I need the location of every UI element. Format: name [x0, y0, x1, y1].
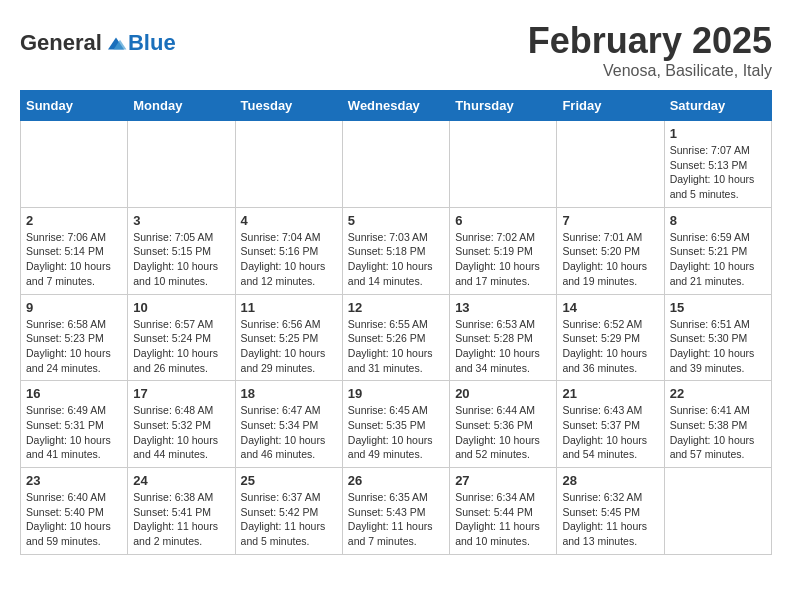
day-number: 5 [348, 213, 444, 228]
day-info: Sunrise: 6:58 AM Sunset: 5:23 PM Dayligh… [26, 317, 122, 376]
month-title: February 2025 [528, 20, 772, 62]
calendar-cell: 18Sunrise: 6:47 AM Sunset: 5:34 PM Dayli… [235, 381, 342, 468]
day-number: 15 [670, 300, 766, 315]
day-info: Sunrise: 6:57 AM Sunset: 5:24 PM Dayligh… [133, 317, 229, 376]
day-info: Sunrise: 6:52 AM Sunset: 5:29 PM Dayligh… [562, 317, 658, 376]
calendar-cell: 2Sunrise: 7:06 AM Sunset: 5:14 PM Daylig… [21, 207, 128, 294]
day-number: 17 [133, 386, 229, 401]
weekday-header-thursday: Thursday [450, 91, 557, 121]
day-number: 16 [26, 386, 122, 401]
day-info: Sunrise: 6:44 AM Sunset: 5:36 PM Dayligh… [455, 403, 551, 462]
day-info: Sunrise: 6:40 AM Sunset: 5:40 PM Dayligh… [26, 490, 122, 549]
day-number: 6 [455, 213, 551, 228]
day-info: Sunrise: 6:47 AM Sunset: 5:34 PM Dayligh… [241, 403, 337, 462]
day-info: Sunrise: 7:06 AM Sunset: 5:14 PM Dayligh… [26, 230, 122, 289]
calendar-cell: 27Sunrise: 6:34 AM Sunset: 5:44 PM Dayli… [450, 468, 557, 555]
calendar-cell: 13Sunrise: 6:53 AM Sunset: 5:28 PM Dayli… [450, 294, 557, 381]
logo: General Blue [20, 30, 176, 56]
weekday-header-monday: Monday [128, 91, 235, 121]
weekday-header-row: SundayMondayTuesdayWednesdayThursdayFrid… [21, 91, 772, 121]
day-number: 24 [133, 473, 229, 488]
calendar-cell: 21Sunrise: 6:43 AM Sunset: 5:37 PM Dayli… [557, 381, 664, 468]
day-number: 19 [348, 386, 444, 401]
header: General Blue February 2025 Venosa, Basil… [20, 20, 772, 80]
calendar-cell: 19Sunrise: 6:45 AM Sunset: 5:35 PM Dayli… [342, 381, 449, 468]
calendar-cell: 20Sunrise: 6:44 AM Sunset: 5:36 PM Dayli… [450, 381, 557, 468]
calendar-cell: 15Sunrise: 6:51 AM Sunset: 5:30 PM Dayli… [664, 294, 771, 381]
day-info: Sunrise: 6:49 AM Sunset: 5:31 PM Dayligh… [26, 403, 122, 462]
calendar-cell: 8Sunrise: 6:59 AM Sunset: 5:21 PM Daylig… [664, 207, 771, 294]
day-info: Sunrise: 7:07 AM Sunset: 5:13 PM Dayligh… [670, 143, 766, 202]
calendar-cell: 9Sunrise: 6:58 AM Sunset: 5:23 PM Daylig… [21, 294, 128, 381]
calendar-cell: 24Sunrise: 6:38 AM Sunset: 5:41 PM Dayli… [128, 468, 235, 555]
weekday-header-friday: Friday [557, 91, 664, 121]
day-number: 12 [348, 300, 444, 315]
week-row-0: 1Sunrise: 7:07 AM Sunset: 5:13 PM Daylig… [21, 121, 772, 208]
day-number: 28 [562, 473, 658, 488]
calendar-cell: 12Sunrise: 6:55 AM Sunset: 5:26 PM Dayli… [342, 294, 449, 381]
weekday-header-saturday: Saturday [664, 91, 771, 121]
day-info: Sunrise: 7:04 AM Sunset: 5:16 PM Dayligh… [241, 230, 337, 289]
calendar-cell [21, 121, 128, 208]
calendar-cell: 7Sunrise: 7:01 AM Sunset: 5:20 PM Daylig… [557, 207, 664, 294]
day-info: Sunrise: 7:05 AM Sunset: 5:15 PM Dayligh… [133, 230, 229, 289]
calendar-cell [128, 121, 235, 208]
calendar-cell: 23Sunrise: 6:40 AM Sunset: 5:40 PM Dayli… [21, 468, 128, 555]
title-area: February 2025 Venosa, Basilicate, Italy [528, 20, 772, 80]
day-info: Sunrise: 6:37 AM Sunset: 5:42 PM Dayligh… [241, 490, 337, 549]
day-info: Sunrise: 7:01 AM Sunset: 5:20 PM Dayligh… [562, 230, 658, 289]
day-number: 4 [241, 213, 337, 228]
day-info: Sunrise: 6:59 AM Sunset: 5:21 PM Dayligh… [670, 230, 766, 289]
calendar-table: SundayMondayTuesdayWednesdayThursdayFrid… [20, 90, 772, 555]
calendar-cell: 16Sunrise: 6:49 AM Sunset: 5:31 PM Dayli… [21, 381, 128, 468]
weekday-header-sunday: Sunday [21, 91, 128, 121]
day-info: Sunrise: 6:56 AM Sunset: 5:25 PM Dayligh… [241, 317, 337, 376]
calendar-cell [664, 468, 771, 555]
day-info: Sunrise: 6:38 AM Sunset: 5:41 PM Dayligh… [133, 490, 229, 549]
day-info: Sunrise: 7:03 AM Sunset: 5:18 PM Dayligh… [348, 230, 444, 289]
calendar-cell [235, 121, 342, 208]
day-number: 10 [133, 300, 229, 315]
calendar-cell [342, 121, 449, 208]
day-number: 13 [455, 300, 551, 315]
day-number: 23 [26, 473, 122, 488]
day-info: Sunrise: 6:45 AM Sunset: 5:35 PM Dayligh… [348, 403, 444, 462]
logo-general-text: General [20, 30, 102, 56]
day-number: 3 [133, 213, 229, 228]
day-info: Sunrise: 6:43 AM Sunset: 5:37 PM Dayligh… [562, 403, 658, 462]
day-number: 25 [241, 473, 337, 488]
calendar-cell: 22Sunrise: 6:41 AM Sunset: 5:38 PM Dayli… [664, 381, 771, 468]
week-row-4: 23Sunrise: 6:40 AM Sunset: 5:40 PM Dayli… [21, 468, 772, 555]
logo-icon [104, 31, 128, 55]
calendar-cell: 10Sunrise: 6:57 AM Sunset: 5:24 PM Dayli… [128, 294, 235, 381]
calendar-cell: 3Sunrise: 7:05 AM Sunset: 5:15 PM Daylig… [128, 207, 235, 294]
calendar-cell [557, 121, 664, 208]
weekday-header-tuesday: Tuesday [235, 91, 342, 121]
day-info: Sunrise: 7:02 AM Sunset: 5:19 PM Dayligh… [455, 230, 551, 289]
calendar-cell: 11Sunrise: 6:56 AM Sunset: 5:25 PM Dayli… [235, 294, 342, 381]
calendar-cell: 4Sunrise: 7:04 AM Sunset: 5:16 PM Daylig… [235, 207, 342, 294]
weekday-header-wednesday: Wednesday [342, 91, 449, 121]
day-info: Sunrise: 6:41 AM Sunset: 5:38 PM Dayligh… [670, 403, 766, 462]
calendar-cell: 26Sunrise: 6:35 AM Sunset: 5:43 PM Dayli… [342, 468, 449, 555]
day-info: Sunrise: 6:32 AM Sunset: 5:45 PM Dayligh… [562, 490, 658, 549]
calendar-cell: 5Sunrise: 7:03 AM Sunset: 5:18 PM Daylig… [342, 207, 449, 294]
calendar-cell: 17Sunrise: 6:48 AM Sunset: 5:32 PM Dayli… [128, 381, 235, 468]
day-number: 21 [562, 386, 658, 401]
day-info: Sunrise: 6:35 AM Sunset: 5:43 PM Dayligh… [348, 490, 444, 549]
day-number: 11 [241, 300, 337, 315]
day-number: 22 [670, 386, 766, 401]
day-number: 1 [670, 126, 766, 141]
day-number: 27 [455, 473, 551, 488]
day-number: 9 [26, 300, 122, 315]
day-info: Sunrise: 6:48 AM Sunset: 5:32 PM Dayligh… [133, 403, 229, 462]
day-number: 7 [562, 213, 658, 228]
calendar-cell: 1Sunrise: 7:07 AM Sunset: 5:13 PM Daylig… [664, 121, 771, 208]
location-subtitle: Venosa, Basilicate, Italy [528, 62, 772, 80]
week-row-2: 9Sunrise: 6:58 AM Sunset: 5:23 PM Daylig… [21, 294, 772, 381]
day-number: 14 [562, 300, 658, 315]
calendar-cell: 14Sunrise: 6:52 AM Sunset: 5:29 PM Dayli… [557, 294, 664, 381]
week-row-1: 2Sunrise: 7:06 AM Sunset: 5:14 PM Daylig… [21, 207, 772, 294]
logo-blue-text: Blue [128, 30, 176, 56]
day-info: Sunrise: 6:55 AM Sunset: 5:26 PM Dayligh… [348, 317, 444, 376]
